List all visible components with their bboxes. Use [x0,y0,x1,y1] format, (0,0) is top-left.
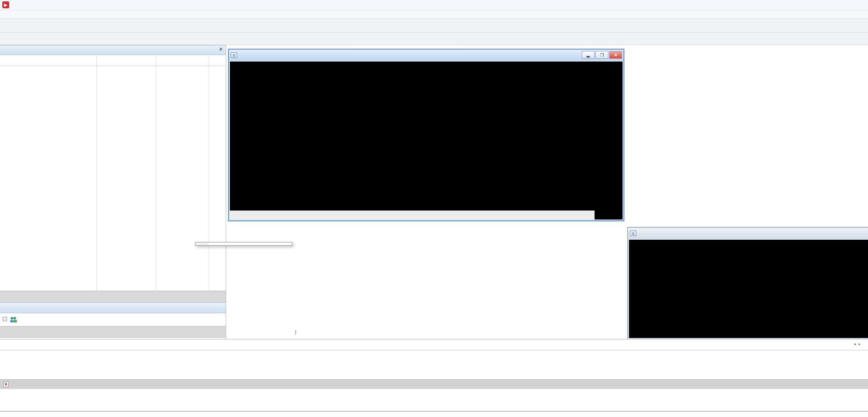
terminal-panel: ◂▸ ▼ [0,339,868,417]
maximize-button[interactable] [825,0,845,10]
market-watch-tabs [0,291,226,302]
market-watch-header [0,56,226,66]
usdjpy-chart-canvas[interactable] [629,240,868,338]
market-watch-close-icon[interactable]: ✕ [219,46,223,52]
chart-window-eurusd[interactable]: ▥ ▂ ❒ ✕ [228,49,624,221]
terminal-tabs [0,411,868,417]
toolbar-line-studies [0,33,868,45]
balance-status-icon: ▼ [3,382,9,387]
context-menu [195,242,292,246]
chart-minimize-button[interactable]: ▂ [582,51,595,59]
balance-bar: ▼ [0,379,868,389]
orders-table-header [0,340,868,350]
close-button[interactable] [845,0,865,10]
tree-expander-icon[interactable]: - [3,317,7,321]
eurusd-time-axis [230,210,595,220]
eurusd-chart-canvas[interactable] [230,62,623,220]
market-watch-table [0,66,226,291]
chart-close-button[interactable]: ✕ [609,51,622,59]
header-scroll-arrows[interactable]: ◂▸ [854,342,863,346]
chart-icon: ▥ [231,52,237,58]
chart-window-eurusd-titlebar[interactable]: ▥ ▂ ❒ ✕ [229,50,623,61]
toolbar-standard [0,19,868,33]
navigator-tree: - [0,314,226,326]
chart-window-usdjpy[interactable]: ▥ [627,227,868,340]
market-watch-title: ✕ [0,45,226,55]
navigator-title [0,302,226,313]
navigator-tabs [0,326,226,338]
accounts-icon [9,316,17,323]
minimize-button[interactable] [804,0,824,10]
chart-workspace: ▥ ▂ ❒ ✕ ▥ [226,45,868,339]
chart-window-usdjpy-titlebar[interactable]: ▥ [628,228,868,239]
chart-restore-button[interactable]: ❒ [595,51,608,59]
app-icon: ▶ [2,1,9,8]
context-menu-icon-gutter [195,242,208,245]
workspace-tab-usdjpy[interactable]: | [292,329,296,335]
title-bar: ▶ [0,0,868,10]
menu-bar [0,10,868,19]
chart-icon: ▥ [630,231,636,236]
